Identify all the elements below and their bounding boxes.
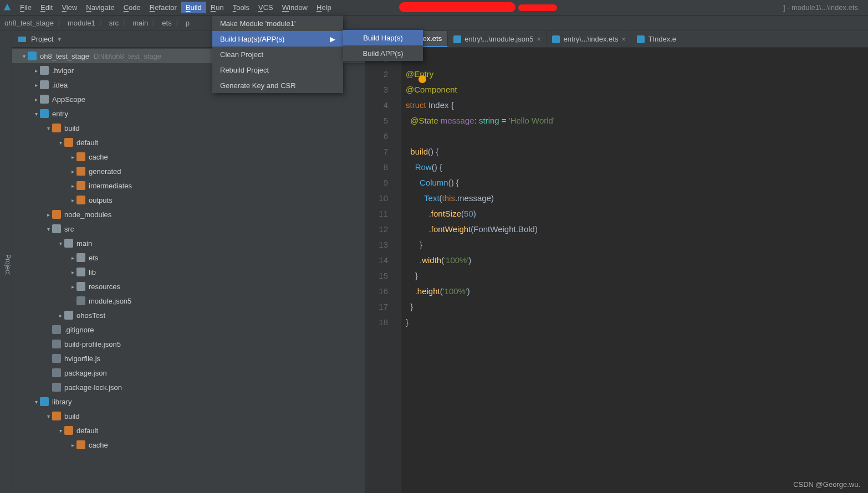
tree-node-appscope[interactable]: ▸AppScope (12, 92, 365, 106)
breadcrumb-item[interactable]: p (186, 19, 190, 27)
project-tree[interactable]: ▾oh8_test_stageD:\lib\oh8_test_stage▸.hv… (12, 48, 365, 493)
expand-arrow-icon[interactable]: ▸ (69, 442, 76, 448)
tree-node--gitignore[interactable]: ▸.gitignore (12, 322, 365, 337)
editor-tab[interactable]: entry\...\module.json5× (448, 31, 547, 47)
menu-run[interactable]: Run (206, 2, 228, 13)
submenu-arrow-icon: ▶ (330, 35, 335, 43)
expand-arrow-icon[interactable]: ▸ (69, 154, 76, 160)
breadcrumb-item[interactable]: oh8_test_stage (4, 19, 54, 27)
menu-vcs[interactable]: VCS (254, 2, 278, 13)
tree-node-lib[interactable]: ▸lib (12, 265, 365, 279)
menu-tools[interactable]: Tools (228, 2, 254, 13)
intention-bulb-icon[interactable] (418, 75, 426, 83)
tree-node-label: oh8_test_stage (40, 52, 89, 60)
menu-item-build-hap-s-app-s-[interactable]: Build Hap(s)/APP(s)▶ (212, 31, 343, 47)
menu-build[interactable]: Build (181, 2, 206, 13)
expand-arrow-icon[interactable]: ▸ (32, 68, 40, 74)
breadcrumb-item[interactable]: main (132, 19, 148, 27)
expand-arrow-icon[interactable]: ▸ (69, 168, 76, 174)
tree-node-label: .idea (52, 81, 68, 89)
close-tab-icon[interactable]: × (621, 35, 625, 43)
project-panel: Project ▾ ▾oh8_test_stageD:\lib\oh8_test… (12, 31, 365, 493)
editor-tab[interactable]: TIndex.e (631, 31, 682, 47)
expand-arrow-icon[interactable]: ▾ (44, 413, 52, 419)
menu-file[interactable]: File (16, 2, 36, 13)
submenu-item-build-hap-s-[interactable]: Build Hap(s) (343, 30, 423, 45)
expand-arrow-icon[interactable]: ▾ (44, 125, 52, 131)
close-tab-icon[interactable]: × (537, 35, 540, 43)
project-tool-stripe[interactable]: Project (0, 31, 12, 493)
menu-item-make-module-module-[interactable]: Make Module 'module1' (212, 16, 343, 31)
expand-arrow-icon[interactable]: ▸ (69, 183, 76, 189)
breadcrumb-item[interactable]: ets (162, 19, 171, 27)
line-number: 7 (365, 144, 388, 160)
breadcrumb-item[interactable]: src (109, 19, 119, 27)
menu-help[interactable]: Help (312, 2, 336, 13)
menu-navigate[interactable]: Navigate (81, 2, 119, 13)
menu-code[interactable]: Code (119, 2, 145, 13)
expand-arrow-icon[interactable]: ▸ (69, 269, 76, 275)
expand-arrow-icon[interactable]: ▾ (32, 111, 40, 117)
menu-view[interactable]: View (57, 2, 81, 13)
tree-node-src[interactable]: ▾src (12, 222, 365, 236)
tree-node-entry[interactable]: ▾entry (12, 106, 365, 121)
tree-node-default[interactable]: ▾default (12, 135, 365, 150)
menu-item-rebuild-project[interactable]: Rebuild Project (212, 62, 343, 78)
menu-edit[interactable]: Edit (36, 2, 57, 13)
tree-node-main[interactable]: ▾main (12, 236, 365, 250)
expand-arrow-icon[interactable]: ▸ (44, 212, 52, 218)
menu-item-generate-key-and-csr[interactable]: Generate Key and CSR (212, 78, 343, 93)
tree-node-build-profile-json5[interactable]: ▸build-profile.json5 (12, 337, 365, 351)
breadcrumb-item[interactable]: module1 (68, 19, 95, 27)
tree-node-label: .gitignore (64, 326, 94, 334)
tree-node-generated[interactable]: ▸generated (12, 164, 365, 178)
build-menu-dropdown: Make Module 'module1'Build Hap(s)/APP(s)… (212, 16, 343, 93)
tree-node-label: default (76, 138, 98, 147)
tree-node-ets[interactable]: ▸ets (12, 250, 365, 265)
expand-arrow-icon[interactable]: ▸ (32, 96, 40, 102)
folder-icon (64, 311, 73, 320)
tab-label: entry\...\module.json5 (464, 35, 533, 43)
tree-node-label: ohosTest (76, 311, 105, 320)
expand-arrow-icon[interactable]: ▸ (69, 197, 76, 203)
expand-arrow-icon[interactable]: ▸ (69, 284, 76, 290)
menu-refactor[interactable]: Refactor (145, 2, 181, 13)
editor-tab[interactable]: entry\...\index.ets× (547, 31, 631, 47)
tree-node-package-lock-json[interactable]: ▸package-lock.json (12, 380, 365, 394)
tree-node-resources[interactable]: ▸resources (12, 279, 365, 294)
tree-node-default[interactable]: ▾default (12, 423, 365, 438)
tree-node-intermediates[interactable]: ▸intermediates (12, 178, 365, 193)
tree-node-cache[interactable]: ▸cache (12, 438, 365, 452)
expand-arrow-icon[interactable]: ▾ (57, 428, 64, 434)
watermark: CSDN @George.wu. (793, 480, 860, 489)
folder-icon (28, 52, 37, 60)
expand-arrow-icon[interactable]: ▸ (32, 82, 40, 88)
folder-icon (64, 138, 73, 147)
tree-node-library[interactable]: ▾library (12, 394, 365, 409)
tree-node-hvigorfile-js[interactable]: ▸hvigorfile.js (12, 351, 365, 366)
tree-node-build[interactable]: ▾build (12, 121, 365, 135)
tree-node-module-json5[interactable]: ▸module.json5 (12, 294, 365, 308)
tree-node-ohostest[interactable]: ▸ohosTest (12, 308, 365, 322)
menu-item-clean-project[interactable]: Clean Project (212, 47, 343, 62)
app-logo-icon (2, 3, 12, 13)
breadcrumb-separator: 〉 (151, 18, 159, 28)
tree-node-build[interactable]: ▾build (12, 409, 365, 423)
tree-node-path: D:\lib\oh8_test_stage (94, 52, 161, 60)
code-editor[interactable]: 123456789101112131415161718 @Entry@Compo… (365, 48, 868, 493)
expand-arrow-icon[interactable]: ▾ (57, 240, 64, 247)
expand-arrow-icon[interactable]: ▾ (57, 140, 64, 146)
submenu-item-build-app-s-[interactable]: Build APP(s) (343, 45, 423, 61)
expand-arrow-icon[interactable]: ▸ (69, 255, 76, 261)
code-content[interactable]: @Entry@Componentstruct Index { @State me… (401, 48, 868, 493)
expand-arrow-icon[interactable]: ▾ (32, 399, 40, 405)
tree-node-package-json[interactable]: ▸package.json (12, 366, 365, 380)
expand-arrow-icon[interactable]: ▸ (57, 312, 64, 319)
tree-node-outputs[interactable]: ▸outputs (12, 193, 365, 207)
tree-node-cache[interactable]: ▸cache (12, 150, 365, 164)
tree-node-node-modules[interactable]: ▸node_modules (12, 207, 365, 222)
tree-node-label: module.json5 (89, 297, 131, 305)
expand-arrow-icon[interactable]: ▾ (44, 226, 52, 232)
expand-arrow-icon[interactable]: ▾ (20, 53, 28, 59)
menu-window[interactable]: Window (278, 2, 312, 13)
